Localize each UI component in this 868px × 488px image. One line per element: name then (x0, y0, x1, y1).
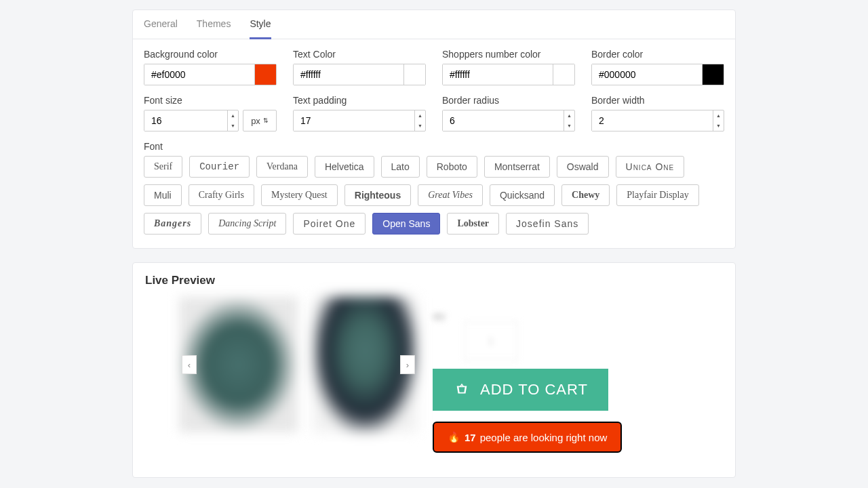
textcolor-input[interactable] (294, 64, 403, 85)
shoppers-label: Shoppers number color (442, 49, 575, 60)
carousel-prev-icon[interactable]: ‹ (182, 355, 197, 374)
bwidth-label: Border width (591, 95, 724, 106)
fontsize-stepper[interactable]: ▲▼ (227, 110, 238, 131)
font-poiretone[interactable]: Poiret One (293, 213, 366, 235)
basket-icon (453, 382, 471, 397)
radius-label: Border radius (442, 95, 575, 106)
font-lato[interactable]: Lato (381, 156, 420, 178)
font-label: Font (144, 141, 724, 152)
font-bangers[interactable]: Bangers (144, 213, 201, 235)
fontsize-input[interactable] (144, 110, 227, 131)
font-playfair[interactable]: Playfair Display (616, 184, 698, 206)
bordercolor-label: Border color (591, 49, 724, 60)
preview-image-main: ‹ (179, 297, 298, 432)
font-helvetica[interactable]: Helvetica (315, 156, 374, 178)
preview-image-alt: › (313, 297, 418, 432)
padding-label: Text padding (293, 95, 426, 106)
font-greatvibes[interactable]: Great Vibes (418, 184, 483, 206)
font-mysteryquest[interactable]: Mystery Quest (261, 184, 338, 206)
font-courier[interactable]: Courier (189, 156, 250, 178)
bwidth-stepper[interactable]: ▲▼ (713, 110, 724, 131)
font-unicaone[interactable]: Unica One (616, 156, 685, 178)
fire-icon: 🔥 (448, 431, 460, 443)
shoppers-swatch[interactable] (553, 64, 574, 85)
bordercolor-input[interactable] (592, 64, 702, 85)
qty-box-blur: 1 (464, 321, 518, 361)
qty-label-blur: qty (433, 310, 446, 321)
font-craftygirls[interactable]: Crafty Girls (189, 184, 254, 206)
font-quicksand[interactable]: Quicksand (490, 184, 555, 206)
font-dancingscript[interactable]: Dancing Script (208, 213, 286, 235)
fontsize-unit[interactable]: px⇅ (243, 110, 277, 131)
tabs: General Themes Style (133, 10, 735, 39)
font-josefin[interactable]: Josefin Sans (506, 213, 589, 235)
font-grid: Serif Courier Verdana Helvetica Lato Rob… (144, 156, 724, 235)
style-content: Background color Text Color Shoppers num… (133, 39, 735, 248)
font-chewy[interactable]: Chewy (561, 184, 610, 206)
bordercolor-swatch[interactable] (702, 64, 724, 85)
font-oswald[interactable]: Oswald (557, 156, 609, 178)
tab-themes[interactable]: Themes (197, 10, 231, 39)
font-serif[interactable]: Serif (144, 156, 182, 178)
textcolor-label: Text Color (293, 49, 426, 60)
padding-stepper[interactable]: ▲▼ (414, 110, 425, 131)
radius-stepper[interactable]: ▲▼ (564, 110, 574, 131)
bgcolor-input[interactable] (144, 64, 254, 85)
font-lobster[interactable]: Lobster (447, 213, 499, 235)
textcolor-swatch[interactable] (403, 64, 425, 85)
fontsize-label: Font size (144, 95, 277, 106)
radius-input[interactable] (443, 110, 564, 131)
preview-panel: Live Preview ‹ › qty1 ADD TO CART 🔥 17 p… (132, 262, 736, 478)
tab-general[interactable]: General (144, 10, 178, 39)
font-roboto[interactable]: Roboto (427, 156, 477, 178)
font-opensans[interactable]: Open Sans (372, 213, 440, 235)
counter-number: 17 (465, 432, 476, 443)
counter-text: people are looking right now (480, 432, 608, 443)
bgcolor-label: Background color (144, 49, 277, 60)
add-to-cart-label: ADD TO CART (480, 381, 588, 399)
font-righteous[interactable]: Righteous (344, 184, 411, 206)
font-montserrat[interactable]: Montserrat (484, 156, 550, 178)
font-muli[interactable]: Muli (144, 184, 182, 206)
tab-style[interactable]: Style (250, 10, 271, 39)
add-to-cart-button[interactable]: ADD TO CART (433, 369, 608, 411)
style-panel: General Themes Style Background color Te… (132, 9, 736, 249)
bgcolor-swatch[interactable] (254, 64, 276, 85)
shoppers-input[interactable] (443, 64, 553, 85)
carousel-next-icon[interactable]: › (400, 355, 415, 374)
font-verdana[interactable]: Verdana (256, 156, 308, 178)
bwidth-input[interactable] (592, 110, 713, 131)
padding-input[interactable] (294, 110, 414, 131)
preview-title: Live Preview (133, 263, 735, 287)
live-counter-badge: 🔥 17 people are looking right now (433, 422, 622, 453)
